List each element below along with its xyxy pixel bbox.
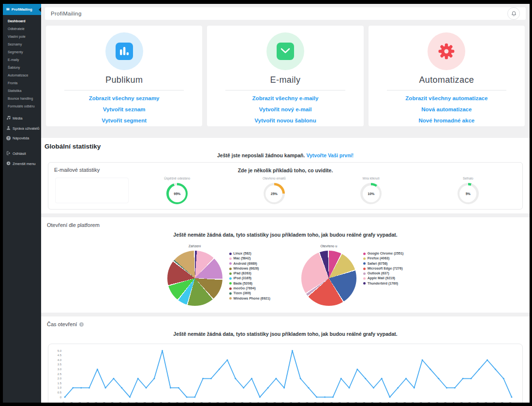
sidebar-item-odb-ratel[interactable]: Odběratelé — [3, 25, 41, 33]
media-icon — [6, 116, 11, 121]
card-title: Publikum — [52, 75, 196, 85]
sidebar-item-bounce-handling[interactable]: Bounce handling — [3, 95, 41, 103]
legend-item-ipad: iPad (8263) — [229, 271, 270, 276]
svg-text:4.5: 4.5 — [58, 354, 62, 357]
svg-text:3.0: 3.0 — [58, 368, 62, 371]
sidebar-item-seznamy[interactable]: Seznamy — [3, 41, 41, 48]
sidebar-item-segmenty[interactable]: Segmenty — [3, 48, 41, 56]
gauge-sp-n-odesl-no: Úspěšně odesláno95% — [129, 177, 226, 204]
sidebar-item-vlastn-pole[interactable]: Vlastní pole — [3, 33, 41, 41]
card-title: Automatizace — [374, 75, 519, 85]
gauge-donut: 95% — [166, 183, 188, 204]
window-frame: ✉ ProfiMailing DashboardOdběrateléVlastn… — [3, 4, 530, 403]
sidebar-item-label: Nápověda — [13, 136, 29, 140]
legend-label: Linux (582) — [234, 251, 251, 256]
sidebar-item-n-pov-da[interactable]: ?Nápověda — [3, 134, 41, 143]
info-icon[interactable]: i — [79, 322, 84, 327]
platforms-demo-text: Ještě nemáte žádná data, tyto statistiky… — [41, 232, 530, 238]
legend-item-meego: meeGo (7694) — [229, 286, 270, 291]
sidebar-item-label: Zmenšit menu — [13, 162, 36, 166]
svg-text:15h: 15h — [165, 401, 171, 403]
svg-text:18h: 18h — [238, 401, 244, 403]
sidebar-item-automatizace[interactable]: Automatizace — [3, 72, 41, 79]
sidebar-item-e-maily[interactable]: E-maily — [3, 56, 41, 64]
sidebar-tools: MédiaSpráva uživatelů?Nápověda — [3, 113, 41, 143]
sidebar-item-dashboard[interactable]: Dashboard — [3, 17, 41, 25]
card-link-vytvo-it-segment[interactable]: Vytvořit segment — [52, 118, 196, 124]
pie-legend: Google Chrome (2551)Firefox (4063)Safari… — [363, 251, 404, 286]
svg-text:Pondělí: Pondělí — [56, 401, 65, 403]
svg-text:neděle: neděle — [447, 401, 455, 403]
card-link-nov-automatizace[interactable]: Nová automatizace — [374, 106, 519, 113]
sidebar-item-statistika[interactable]: Statistika — [3, 87, 41, 95]
legend-item-outlook: Outlook (637) — [363, 271, 404, 276]
pie-otev-eno-u — [301, 251, 356, 306]
svg-text:3h: 3h — [329, 401, 333, 403]
svg-text:1.5: 1.5 — [58, 382, 62, 385]
create-first-campaign-link[interactable]: Vytvořte Vaši první! — [306, 152, 354, 158]
gauge-donut: 10% — [360, 183, 382, 204]
sidebar-item-profimailing[interactable]: ✉ ProfiMailing — [3, 4, 41, 15]
active-menu-arrow — [39, 7, 41, 12]
svg-text:15h: 15h — [360, 401, 366, 403]
email-stats-title: E-mailové statistiky — [54, 167, 100, 173]
legend-label: Android (6989) — [234, 261, 257, 266]
gauge-value: 5% — [458, 183, 479, 204]
card-divider — [225, 90, 345, 90]
screenshot-stage: ✉ ProfiMailing DashboardOdběrateléVlastn… — [0, 0, 532, 406]
gauge-m-ra-kliknut: Míra kliknutí10% — [323, 177, 420, 204]
card-link-zobrazit-v-echny-automatizace[interactable]: Zobrazit všechny automatizace — [374, 95, 519, 102]
svg-text:3h: 3h — [199, 401, 203, 403]
sidebar-item-label: Média — [13, 116, 22, 120]
sidebar-item-m-dia[interactable]: Média — [3, 113, 41, 123]
sidebar-item-fronta[interactable]: Fronta — [3, 79, 41, 87]
quick-cards-row: PublikumZobrazit všechny seznamyVytvořit… — [46, 26, 525, 126]
svg-text:3.5: 3.5 — [58, 363, 62, 366]
gauge-label: Úspěšně odesláno — [129, 177, 226, 180]
card-link-zobrazit-v-echny-seznamy[interactable]: Zobrazit všechny seznamy — [52, 95, 196, 102]
gauge-label: Selhalo — [420, 177, 517, 180]
email-stats-panel: E-mailové statistiky Zde je několik přík… — [48, 162, 523, 210]
gear-icon — [428, 32, 465, 70]
card-publikum: PublikumZobrazit všechny seznamyVytvořit… — [46, 26, 202, 126]
collapse-icon — [6, 161, 11, 166]
global-stats-heading: Globální statistiky — [44, 143, 530, 150]
svg-text:4.0: 4.0 — [58, 359, 62, 361]
notifications-button[interactable] — [507, 7, 520, 20]
legend-label: Mac (5842) — [234, 256, 251, 261]
legend-item-android: Android (6989) — [229, 261, 270, 266]
card-link-nov-hromadn-akce[interactable]: Nové hromadné akce — [374, 118, 519, 124]
svg-text:18h: 18h — [108, 401, 114, 403]
svg-text:9h: 9h — [410, 401, 414, 403]
open-time-title: Čas otevření i — [47, 321, 530, 327]
legend-label: Thunderbird (1760) — [368, 281, 398, 286]
legend-bullet — [229, 262, 232, 265]
card-link-vytvo-it-nov-e-mail[interactable]: Vytvořit nový e-mail — [213, 106, 357, 113]
sidebar-item-odhl-sit[interactable]: Odhlásit — [3, 149, 41, 159]
sidebar-item-ablony[interactable]: Šablony — [3, 64, 41, 72]
card-link-vytvo-it-novou-ablonu[interactable]: Vytvořit novou šablonu — [213, 118, 357, 124]
sidebar-item-label: Správa uživatelů — [13, 126, 39, 131]
card-e-maily: E-mailyZobrazit všechny e-mailyVytvořit … — [207, 26, 363, 126]
bar-chart-icon — [105, 32, 143, 70]
sidebar-item-zmen-it-menu[interactable]: Zmenšit menu — [3, 159, 41, 169]
card-link-vytvo-it-seznam[interactable]: Vytvořit seznam — [52, 106, 196, 113]
open-time-chart-box: 5.04.54.03.53.02.52.01.51.00.50Pondělí3h… — [48, 344, 523, 403]
svg-text:1.0: 1.0 — [58, 387, 62, 390]
card-link-zobrazit-v-echny-e-maily[interactable]: Zobrazit všechny e-maily — [213, 95, 357, 102]
gauges-row: Úspěšně odesláno95%Otevřeno emailů25%Mír… — [54, 177, 517, 204]
svg-text:6h: 6h — [337, 401, 341, 403]
svg-text:9h: 9h — [475, 401, 479, 403]
page-title: ProfiMailing — [51, 11, 82, 16]
sidebar-item-formul-e-odb-ru[interactable]: Formuláře odběru — [3, 103, 41, 110]
svg-text:21h: 21h — [181, 401, 187, 403]
sidebar-item-spr-va-u-ivatel[interactable]: Správa uživatelů — [3, 123, 41, 134]
svg-text:12h: 12h — [92, 401, 98, 403]
legend-label: Firefox (4063) — [368, 256, 390, 261]
gauge-donut: 25% — [264, 183, 285, 204]
legend-bullet — [229, 268, 232, 270]
sidebar-item-label: Odhlásit — [13, 151, 26, 156]
legend-item-ipod: iPod (3165) — [229, 276, 270, 281]
svg-text:3h: 3h — [394, 401, 398, 403]
legend-bullet — [363, 262, 366, 265]
